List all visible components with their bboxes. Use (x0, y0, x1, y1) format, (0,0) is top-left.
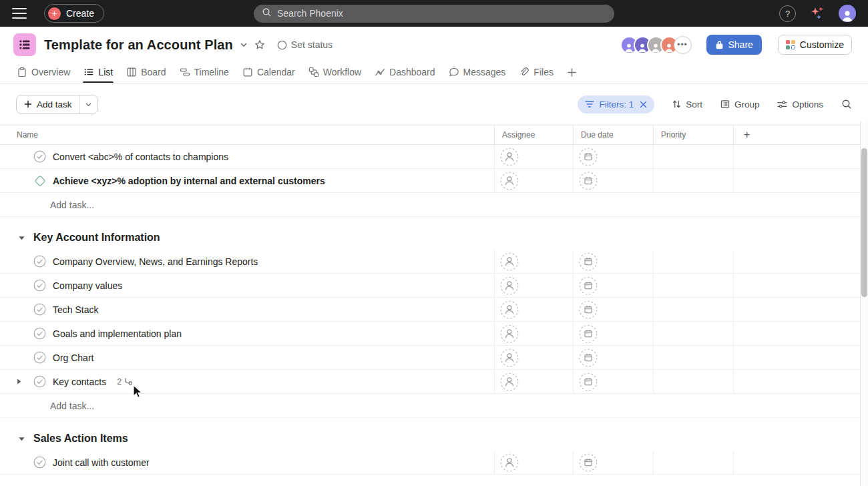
group-button[interactable]: Group (720, 99, 760, 109)
tab-workflow[interactable]: Workflow (302, 61, 367, 83)
task-name[interactable]: Goals and implementation plan (53, 328, 182, 339)
task-name-cell[interactable]: Goals and implementation plan (0, 322, 494, 345)
ai-sparkles-icon[interactable] (809, 6, 825, 21)
sidebar-menu-icon[interactable] (12, 8, 27, 19)
sort-button[interactable]: Sort (672, 99, 702, 109)
global-search-input[interactable]: Search Phoenix (254, 5, 614, 23)
expand-subtasks-icon[interactable] (16, 378, 22, 385)
collapse-section-icon[interactable] (18, 235, 25, 241)
set-status-button[interactable]: Set status (277, 39, 333, 50)
priority-cell[interactable] (653, 169, 733, 192)
assignee-cell[interactable] (494, 298, 573, 321)
priority-cell[interactable] (653, 346, 733, 369)
customize-button[interactable]: Customize (778, 35, 852, 55)
tab-board[interactable]: Board (120, 61, 172, 83)
task-row[interactable]: Key contacts2 (0, 370, 868, 394)
task-name-cell[interactable]: Convert <abc>% of contacts to champions (0, 145, 494, 168)
add-task-button[interactable]: Add task (17, 95, 79, 113)
task-row[interactable]: Joint call with customer (0, 451, 868, 475)
scrollbar-track[interactable] (860, 121, 868, 486)
task-name[interactable]: Org Chart (53, 352, 93, 363)
assignee-cell[interactable] (494, 250, 573, 273)
section-title[interactable]: Sales Action Items (33, 433, 128, 445)
task-name[interactable]: Tech Stack (53, 304, 98, 315)
title-chevron-down-icon[interactable] (240, 41, 248, 49)
task-name[interactable]: Convert <abc>% of contacts to champions (53, 152, 228, 162)
assignee-cell[interactable] (494, 322, 573, 345)
complete-task-icon[interactable] (33, 150, 46, 163)
task-name-cell[interactable]: Tech Stack (0, 298, 494, 321)
due-date-cell[interactable] (573, 451, 653, 474)
priority-cell[interactable] (653, 370, 733, 393)
task-name-cell[interactable]: Company values (0, 274, 494, 297)
due-date-cell[interactable] (573, 169, 653, 192)
favorite-star-icon[interactable] (254, 39, 265, 50)
due-date-cell[interactable] (573, 346, 653, 369)
complete-task-icon[interactable] (33, 456, 46, 469)
section-header[interactable]: Key Account Information (0, 226, 868, 250)
task-name-cell[interactable]: Key contacts2 (0, 370, 494, 393)
complete-task-icon[interactable] (33, 303, 46, 316)
column-header-name[interactable]: Name (0, 126, 494, 144)
project-icon[interactable] (13, 33, 36, 56)
due-date-cell[interactable] (573, 370, 653, 393)
complete-task-icon[interactable] (33, 279, 46, 292)
help-icon[interactable]: ? (779, 5, 796, 22)
priority-cell[interactable] (653, 274, 733, 297)
scrollbar-thumb[interactable] (861, 148, 867, 297)
due-date-cell[interactable] (573, 298, 653, 321)
task-row[interactable]: Company values (0, 274, 868, 298)
column-header-assignee[interactable]: Assignee (494, 126, 573, 144)
add-task-dropdown-icon[interactable] (79, 95, 97, 113)
complete-task-icon[interactable] (33, 375, 46, 388)
task-row[interactable]: Achieve <xyz>% adoption by internal and … (0, 169, 868, 193)
complete-task-icon[interactable] (33, 255, 46, 268)
priority-cell[interactable] (653, 145, 733, 168)
assignee-cell[interactable] (494, 451, 573, 474)
assignee-cell[interactable] (494, 274, 573, 297)
tab-overview[interactable]: Overview (11, 61, 76, 83)
section-header[interactable]: Sales Action Items (0, 427, 868, 451)
task-name-cell[interactable]: Joint call with customer (0, 451, 494, 474)
priority-cell[interactable] (653, 451, 733, 474)
add-column-button[interactable]: + (733, 126, 868, 144)
task-row[interactable]: Company Overview, News, and Earnings Rep… (0, 250, 868, 274)
task-name-cell[interactable]: Org Chart (0, 346, 494, 369)
add-task-row[interactable]: Add task... (0, 394, 868, 418)
column-header-due-date[interactable]: Due date (573, 126, 653, 144)
assignee-cell[interactable] (494, 145, 573, 168)
more-members-button[interactable]: ••• (674, 36, 692, 54)
milestone-icon[interactable] (34, 175, 45, 186)
filters-chip[interactable]: Filters: 1 (578, 95, 654, 113)
assignee-cell[interactable] (494, 169, 573, 192)
clear-filters-icon[interactable] (640, 101, 647, 108)
priority-cell[interactable] (653, 322, 733, 345)
tab-files[interactable]: Files (513, 61, 560, 83)
assignee-cell[interactable] (494, 346, 573, 369)
due-date-cell[interactable] (573, 250, 653, 273)
section-title[interactable]: Key Account Information (33, 232, 160, 244)
user-avatar[interactable] (839, 5, 856, 22)
task-name[interactable]: Joint call with customer (53, 457, 150, 468)
task-name[interactable]: Key contacts (53, 377, 106, 387)
tab-timeline[interactable]: Timeline (174, 61, 235, 83)
assignee-cell[interactable] (494, 370, 573, 393)
task-name[interactable]: Achieve <xyz>% adoption by internal and … (53, 176, 325, 186)
tab-list[interactable]: List (77, 61, 119, 83)
create-button[interactable]: + Create (44, 4, 104, 23)
task-row[interactable]: Convert <abc>% of contacts to champions (0, 145, 868, 169)
task-row[interactable]: Org Chart (0, 346, 868, 370)
due-date-cell[interactable] (573, 322, 653, 345)
tab-dashboard[interactable]: Dashboard (369, 61, 441, 83)
options-button[interactable]: Options (777, 99, 823, 109)
task-row[interactable]: Goals and implementation plan (0, 322, 868, 346)
priority-cell[interactable] (653, 298, 733, 321)
task-name-cell[interactable]: Achieve <xyz>% adoption by internal and … (0, 169, 494, 192)
column-header-priority[interactable]: Priority (653, 126, 733, 144)
task-row[interactable]: Tech Stack (0, 298, 868, 322)
search-tasks-icon[interactable] (841, 99, 852, 109)
due-date-cell[interactable] (573, 274, 653, 297)
due-date-cell[interactable] (573, 145, 653, 168)
add-task-row[interactable]: Add task... (0, 193, 868, 217)
task-name[interactable]: Company Overview, News, and Earnings Rep… (53, 256, 258, 267)
